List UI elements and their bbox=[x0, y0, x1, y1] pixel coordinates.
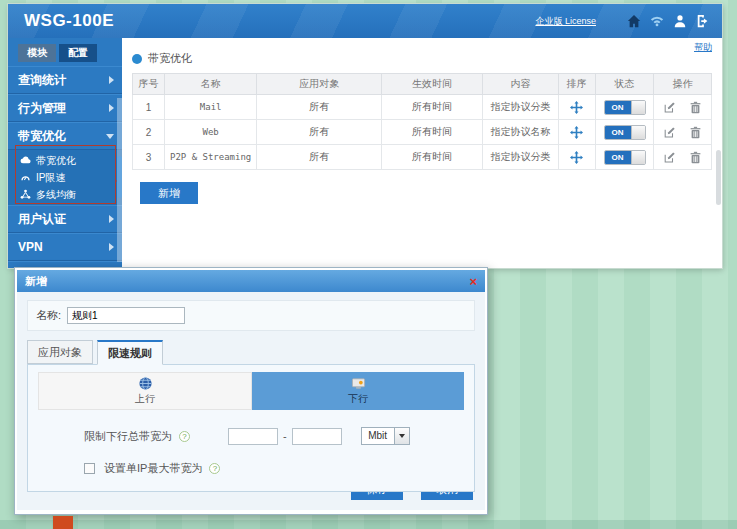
bandwidth-limit-row: 限制下行总带宽为 ? - Mbit bbox=[84, 427, 466, 445]
home-icon[interactable] bbox=[627, 14, 641, 28]
cell-target: 所有 bbox=[257, 145, 381, 170]
monitor-icon bbox=[351, 376, 366, 391]
cell-time: 所有时间 bbox=[381, 120, 482, 145]
unit-dropdown-button[interactable] bbox=[395, 427, 410, 445]
logout-icon[interactable] bbox=[696, 14, 710, 28]
chevron-right-icon bbox=[109, 215, 114, 223]
chevron-down-icon bbox=[106, 134, 114, 139]
sort-move-icon[interactable] bbox=[570, 101, 583, 114]
status-toggle[interactable]: ON bbox=[604, 100, 646, 115]
sort-move-icon[interactable] bbox=[570, 126, 583, 139]
sidebar-item-label: 行为管理 bbox=[18, 100, 66, 117]
table-header-row: 序号 名称 应用对象 生效时间 内容 排序 状态 操作 bbox=[133, 74, 712, 95]
unit-select[interactable]: Mbit bbox=[361, 427, 410, 445]
submenu-item-multiline-balance[interactable]: 多线均衡 bbox=[8, 186, 122, 203]
content-scrollbar-thumb[interactable] bbox=[716, 150, 721, 205]
segment-downstream-label: 下行 bbox=[348, 392, 368, 406]
segment-downstream[interactable]: 下行 bbox=[252, 372, 464, 410]
globe-icon bbox=[138, 376, 153, 391]
segment-upstream[interactable]: 上行 bbox=[38, 372, 252, 410]
page-title: 带宽优化 bbox=[132, 51, 722, 66]
caret-down-icon bbox=[399, 434, 405, 438]
sort-move-icon[interactable] bbox=[570, 151, 583, 164]
help-question-icon[interactable]: ? bbox=[179, 431, 190, 442]
table-row: 3 P2P & Streaming 所有 所有时间 指定协议分类 ON bbox=[133, 145, 712, 170]
cell-no: 1 bbox=[133, 95, 165, 120]
edit-icon[interactable] bbox=[663, 126, 676, 139]
sidebar: 模块 配置 查询统计 行为管理 带宽优化 带宽优化 bbox=[8, 38, 122, 268]
toggle-knob bbox=[631, 151, 645, 164]
submenu-item-label: 多线均衡 bbox=[36, 188, 76, 202]
rule-name-input[interactable] bbox=[67, 307, 185, 324]
edit-icon[interactable] bbox=[663, 151, 676, 164]
status-toggle[interactable]: ON bbox=[604, 125, 646, 140]
col-header: 生效时间 bbox=[381, 74, 482, 95]
segment-upstream-label: 上行 bbox=[135, 392, 155, 406]
submenu-item-bandwidth-opt[interactable]: 带宽优化 bbox=[8, 152, 122, 169]
bandwidth-icon bbox=[20, 155, 31, 166]
sidebar-tab-config[interactable]: 配置 bbox=[59, 44, 97, 62]
toggle-knob bbox=[631, 101, 645, 114]
help-link[interactable]: 帮助 bbox=[694, 41, 712, 54]
sidebar-item-query-stats[interactable]: 查询统计 bbox=[8, 66, 122, 94]
header-actions: 企业版 License bbox=[535, 14, 710, 28]
status-toggle[interactable]: ON bbox=[604, 150, 646, 165]
page-title-text: 带宽优化 bbox=[148, 51, 192, 66]
sidebar-item-label: 用户认证 bbox=[18, 211, 66, 228]
license-link[interactable]: 企业版 License bbox=[535, 15, 596, 28]
modal-tabs: 应用对象 限速规则 bbox=[27, 340, 475, 364]
submenu-item-label: IP限速 bbox=[36, 171, 65, 185]
delete-icon[interactable] bbox=[689, 151, 702, 164]
sidebar-item-user-auth[interactable]: 用户认证 bbox=[8, 205, 122, 233]
sidebar-item-label: VPN bbox=[18, 240, 43, 254]
submenu-item-label: 带宽优化 bbox=[36, 154, 76, 168]
sidebar-item-behavior-mgmt[interactable]: 行为管理 bbox=[8, 94, 122, 122]
cell-name: Web bbox=[164, 120, 257, 145]
bandwidth-limit-label: 限制下行总带宽为 bbox=[84, 429, 172, 444]
main-content: 帮助 带宽优化 序号 名称 应用对象 生效时间 内容 排序 bbox=[122, 38, 722, 268]
cell-no: 3 bbox=[133, 145, 165, 170]
delete-icon[interactable] bbox=[689, 126, 702, 139]
tab-apply-target[interactable]: 应用对象 bbox=[27, 340, 93, 364]
close-icon[interactable]: × bbox=[469, 275, 477, 288]
delete-icon[interactable] bbox=[689, 101, 702, 114]
add-rule-button[interactable]: 新增 bbox=[140, 182, 198, 204]
speed-rule-panel: 上行 下行 限制下行总带宽为 ? - Mbit bbox=[27, 364, 475, 492]
tab-speed-rule[interactable]: 限速规则 bbox=[97, 340, 163, 365]
sidebar-item-label: 查询统计 bbox=[18, 72, 66, 89]
help-question-icon[interactable]: ? bbox=[209, 463, 220, 474]
sidebar-item-vpn[interactable]: VPN bbox=[8, 233, 122, 261]
bandwidth-max-input[interactable] bbox=[292, 428, 342, 445]
wifi-icon[interactable] bbox=[650, 14, 664, 28]
chevron-right-icon bbox=[109, 76, 114, 84]
submenu-item-ip-limit[interactable]: IP限速 bbox=[8, 169, 122, 186]
toggle-on-label: ON bbox=[605, 126, 631, 139]
chevron-right-icon bbox=[109, 243, 114, 251]
new-rule-modal: 新增 × 名称: 应用对象 限速规则 上行 下行 限制下行总 bbox=[14, 267, 488, 515]
desktop-bottom-band bbox=[0, 520, 737, 529]
name-label: 名称: bbox=[36, 308, 61, 323]
range-separator: - bbox=[283, 430, 287, 442]
sidebar-tab-module[interactable]: 模块 bbox=[18, 44, 56, 62]
page-title-dot-icon bbox=[132, 54, 142, 64]
cell-name: Mail bbox=[164, 95, 257, 120]
gauge-icon bbox=[20, 172, 31, 183]
cell-time: 所有时间 bbox=[381, 95, 482, 120]
col-header: 状态 bbox=[596, 74, 654, 95]
edit-icon[interactable] bbox=[663, 101, 676, 114]
cell-time: 所有时间 bbox=[381, 145, 482, 170]
col-header: 操作 bbox=[654, 74, 712, 95]
cell-target: 所有 bbox=[257, 120, 381, 145]
cell-no: 2 bbox=[133, 120, 165, 145]
col-header: 内容 bbox=[483, 74, 558, 95]
col-header: 应用对象 bbox=[257, 74, 381, 95]
sidebar-item-bandwidth-opt[interactable]: 带宽优化 bbox=[8, 122, 122, 150]
modal-body: 名称: 应用对象 限速规则 上行 下行 限制下行总带宽为 ? bbox=[17, 292, 485, 510]
cell-content: 指定协议名称 bbox=[483, 120, 558, 145]
cell-name: P2P & Streaming bbox=[164, 145, 257, 170]
name-row: 名称: bbox=[27, 300, 475, 331]
per-ip-checkbox[interactable] bbox=[84, 463, 95, 474]
unit-value: Mbit bbox=[361, 427, 395, 445]
user-icon[interactable] bbox=[673, 14, 687, 28]
bandwidth-min-input[interactable] bbox=[228, 428, 278, 445]
